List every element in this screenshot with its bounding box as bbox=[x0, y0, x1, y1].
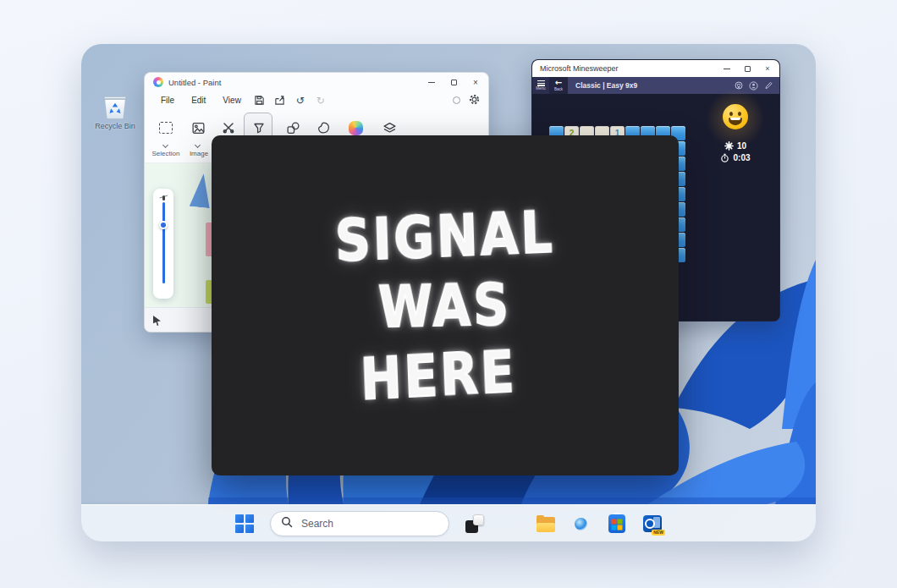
avatar-icon[interactable] bbox=[749, 81, 758, 91]
graffiti-line-2: WAS bbox=[378, 275, 512, 336]
paint-title-bar[interactable]: Untitled - Paint × bbox=[145, 73, 488, 91]
edge-icon[interactable] bbox=[571, 514, 592, 534]
brush-size-slider-panel bbox=[153, 189, 173, 299]
save-icon[interactable] bbox=[250, 94, 269, 107]
timer-value: 0:03 bbox=[733, 153, 750, 162]
minesweeper-window-title: Microsoft Minesweeper bbox=[540, 64, 619, 73]
undo-icon[interactable]: ↺ bbox=[291, 94, 310, 107]
game-mode-label: Classic | Easy 9x9 bbox=[575, 81, 637, 90]
outlook-new-badge: NEW bbox=[652, 530, 665, 536]
task-view-icon[interactable] bbox=[465, 514, 485, 534]
clock-icon bbox=[720, 153, 729, 162]
minesweeper-title-bar[interactable]: Microsoft Minesweeper × bbox=[532, 60, 779, 77]
mine-counter: 10 bbox=[724, 141, 746, 151]
minesweeper-maximize-button[interactable] bbox=[737, 66, 757, 72]
mine-count-value: 10 bbox=[737, 141, 746, 151]
menu-file[interactable]: File bbox=[153, 94, 182, 107]
file-explorer-icon[interactable] bbox=[536, 514, 556, 534]
menu-view[interactable]: View bbox=[215, 94, 249, 107]
copilot-icon[interactable] bbox=[500, 514, 520, 534]
recycle-bin-shortcut[interactable]: Recycle Bin bbox=[90, 96, 140, 130]
share-icon[interactable] bbox=[271, 94, 289, 107]
settings-gear-icon[interactable] bbox=[469, 93, 480, 108]
store-icon[interactable] bbox=[607, 514, 627, 534]
outlook-icon[interactable]: NEW bbox=[642, 514, 663, 534]
start-icon[interactable] bbox=[234, 514, 255, 534]
minesweeper-minimize-button[interactable] bbox=[717, 69, 737, 69]
paint-logo-icon bbox=[153, 77, 163, 87]
paint-maximize-button[interactable] bbox=[443, 80, 465, 85]
back-microlabel: Back bbox=[554, 88, 563, 92]
chevron-down-icon[interactable] bbox=[195, 143, 201, 148]
pencil-icon[interactable] bbox=[764, 81, 773, 90]
size-slider[interactable] bbox=[162, 202, 165, 283]
taskbar-search[interactable] bbox=[270, 511, 449, 536]
image-tool-icon[interactable] bbox=[187, 117, 209, 139]
taskbar: NEW bbox=[81, 504, 816, 541]
timer: 0:03 bbox=[720, 153, 750, 162]
selection-tool-label: Selection bbox=[145, 150, 187, 157]
smiley-face-icon[interactable] bbox=[723, 104, 748, 129]
paint-close-button[interactable]: × bbox=[465, 78, 487, 87]
recycle-bin-label: Recycle Bin bbox=[90, 122, 140, 130]
mine-icon bbox=[724, 141, 734, 151]
minesweeper-side-panel: 10 0:03 bbox=[691, 94, 779, 321]
search-icon bbox=[281, 516, 293, 531]
recycle-bin-icon bbox=[90, 96, 140, 119]
image-tool-label: Image bbox=[182, 150, 216, 157]
redo-icon[interactable]: ↻ bbox=[311, 94, 330, 107]
back-icon[interactable]: ← Back bbox=[549, 77, 568, 94]
menu-edit[interactable]: Edit bbox=[184, 94, 213, 107]
chevron-down-icon[interactable] bbox=[163, 143, 168, 148]
paint-menu-bar: File Edit View ↺ ↻ bbox=[145, 91, 488, 109]
profile-icon[interactable] bbox=[453, 96, 460, 104]
hamburger-menu-icon[interactable]: Menu bbox=[532, 77, 549, 94]
slider-thumb[interactable] bbox=[159, 221, 168, 229]
framed-screenshot: Recycle Bin Untitled - Paint × File Edit… bbox=[0, 0, 897, 588]
graffiti-line-3: HERE bbox=[360, 342, 518, 408]
minesweeper-close-button[interactable]: × bbox=[757, 64, 778, 73]
graffiti-overlay-panel: SIGNAL WAS HERE bbox=[212, 135, 679, 475]
desktop-screen: Recycle Bin Untitled - Paint × File Edit… bbox=[81, 44, 816, 541]
paint-window-title: Untitled - Paint bbox=[168, 78, 221, 87]
graffiti-line-1: SIGNAL bbox=[334, 202, 555, 269]
selection-tool-icon[interactable] bbox=[155, 117, 177, 139]
paint-minimize-button[interactable] bbox=[421, 82, 443, 83]
search-input[interactable] bbox=[300, 517, 438, 530]
cursor-arrow-icon bbox=[153, 316, 161, 326]
menu-microlabel: Menu bbox=[536, 87, 545, 91]
